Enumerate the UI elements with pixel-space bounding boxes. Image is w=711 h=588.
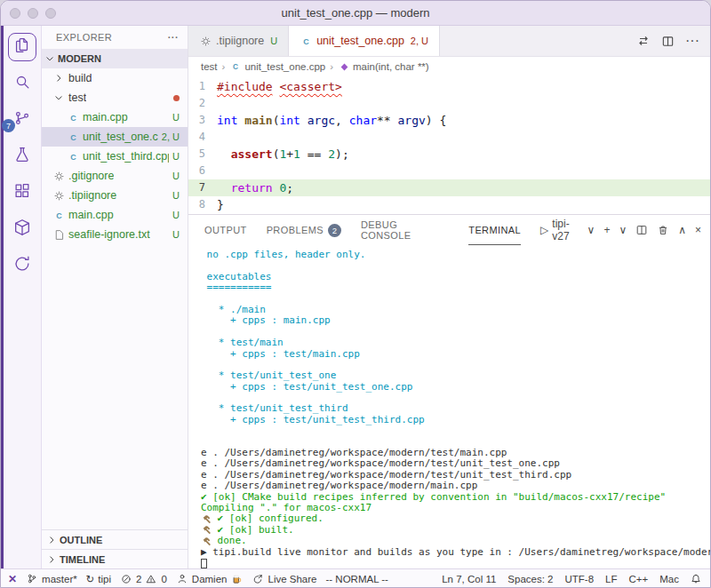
terminal-dropdown-icon[interactable]: ∨ [619, 224, 627, 236]
code-line: 2 [188, 95, 710, 112]
flask-icon [12, 145, 32, 168]
terminal-line [201, 425, 710, 436]
file-item[interactable]: Cunit_test_one.cpp2, U [42, 127, 188, 147]
split-editor-icon[interactable] [661, 35, 675, 48]
user-status[interactable]: Damien [176, 573, 244, 584]
split-terminal-icon[interactable] [635, 224, 648, 236]
sync-circle-icon [12, 254, 32, 277]
code-line: 7 return 0; [188, 179, 710, 196]
workspace-section-header[interactable]: MODERN [42, 49, 188, 68]
modified-dot [173, 95, 180, 101]
breadcrumb-file[interactable]: C unit_test_one.cpp [229, 61, 325, 72]
line-number: 4 [188, 129, 217, 146]
new-terminal-button[interactable]: + [603, 224, 610, 236]
scm-badge: 7 [2, 119, 15, 132]
tab-output[interactable]: OUTPUT [204, 215, 247, 245]
line-number: 5 [188, 146, 217, 163]
problems-status[interactable]: 2 0 [120, 574, 167, 584]
cpp-file-icon: C [229, 61, 242, 72]
code-editor[interactable]: 1#include <cassert>23int main(int argc, … [188, 76, 710, 214]
window-controls [10, 8, 56, 19]
file-icon [52, 229, 65, 241]
file-item[interactable]: .tipiignoreU [42, 186, 188, 205]
terminal-actions: ▷ tipi-v27 ∨ + ∨ ∧ × [540, 218, 701, 242]
close-panel-icon[interactable]: × [695, 224, 701, 236]
item-label: main.cpp [68, 209, 114, 221]
breadcrumb: test › C unit_test_one.cpp › main(int, c… [188, 57, 710, 76]
live-share-status[interactable]: Live Share [252, 574, 316, 584]
outline-section[interactable]: OUTLINE [42, 529, 188, 549]
language-status[interactable]: C++ [629, 574, 649, 584]
file-item[interactable]: Cunit_test_third.cppU [42, 147, 188, 166]
line-number: 7 [188, 179, 217, 196]
code-line: 3int main(int argc, char** argv) { [188, 112, 710, 129]
eol-status[interactable]: LF [605, 574, 617, 584]
terminal-profile-select[interactable]: ▷ tipi-v27 ∨ [540, 218, 595, 242]
activitybar-source-control[interactable]: 7 [8, 106, 36, 134]
minimize-window-button[interactable] [28, 8, 38, 19]
chevron-right-icon [45, 554, 58, 565]
terminal-line: ▶ tipi.build live monitor and builds as … [201, 547, 710, 558]
platform-status[interactable]: Mac [659, 574, 679, 584]
gear-icon [199, 36, 212, 47]
code-line: 4 [188, 129, 710, 146]
breadcrumb-symbol[interactable]: main(int, char **) [338, 61, 429, 72]
file-item[interactable]: .gitignoreU [42, 166, 188, 186]
activitybar-search[interactable] [8, 69, 36, 98]
open-changes-icon[interactable] [636, 34, 651, 48]
folder-item[interactable]: build [42, 68, 188, 88]
activitybar-tipi[interactable] [8, 251, 36, 280]
svg-text:C: C [303, 36, 309, 45]
vim-mode[interactable]: -- NORMAL -- [325, 574, 387, 584]
problems-label: PROBLEMS [267, 225, 324, 235]
notifications-bell-icon[interactable] [691, 573, 701, 584]
sync-icon: ↻ [86, 573, 95, 585]
tab-label: unit_test_one.cpp [316, 35, 404, 47]
tipi-status[interactable]: ↻ tipi [86, 573, 111, 585]
close-window-button[interactable] [10, 8, 20, 19]
live-share-icon [252, 574, 264, 584]
chevron-down-icon [44, 53, 56, 64]
remote-indicator[interactable]: ✕ [8, 573, 17, 585]
vscode-window: unit_test_one.cpp — modern 7 [0, 0, 711, 588]
chevron-right-icon [45, 535, 58, 545]
explorer-header: EXPLORER ··· [42, 26, 188, 49]
cpp-icon: C [67, 112, 79, 123]
line-number: 2 [188, 95, 217, 112]
tab-tipiignore[interactable]: .tipiignore U [188, 26, 289, 56]
explorer-more-icon[interactable]: ··· [168, 32, 179, 43]
git-status-badge: U [172, 112, 180, 123]
terminal-content[interactable]: no .cpp files, header only. executables … [188, 245, 710, 568]
activitybar-explorer[interactable] [8, 33, 36, 61]
bottom-panel: OUTPUT PROBLEMS 2 DEBUG CONSOLE TERMINAL… [188, 214, 710, 568]
more-actions-icon[interactable]: ··· [685, 33, 699, 49]
indent-status[interactable]: Spaces: 2 [507, 574, 553, 584]
folder-item[interactable]: test [42, 88, 188, 107]
file-item[interactable]: seafile-ignore.txtU [42, 225, 188, 244]
tab-label: .tipiignore [216, 35, 264, 47]
terminal-line: =========== [201, 282, 710, 293]
kill-terminal-icon[interactable] [657, 224, 669, 236]
chevron-down-icon: ∨ [587, 224, 595, 236]
tab-unit-test-one[interactable]: C unit_test_one.cpp 2, U [289, 26, 440, 56]
file-item[interactable]: Cmain.cppU [42, 107, 188, 127]
explorer-tree: buildtestCmain.cppUCunit_test_one.cpp2, … [42, 68, 188, 529]
git-status-badge: U [172, 210, 180, 220]
maximize-panel-icon[interactable]: ∧ [678, 224, 686, 236]
branch-status[interactable]: master* [26, 573, 77, 584]
activitybar-testing[interactable] [8, 142, 36, 171]
file-item[interactable]: Cmain.cppU [42, 205, 188, 225]
tab-problems[interactable]: PROBLEMS 2 [267, 215, 341, 245]
terminal-line: + cpps : main.cpp [201, 315, 710, 326]
tab-terminal[interactable]: TERMINAL [468, 215, 521, 245]
maximize-window-button[interactable] [45, 8, 56, 19]
code-line: 5 assert(1+1 == 2); [188, 146, 710, 163]
tab-debug-console[interactable]: DEBUG CONSOLE [361, 215, 449, 245]
encoding-status[interactable]: UTF-8 [565, 574, 595, 584]
breadcrumb-folder[interactable]: test [201, 61, 218, 72]
activitybar-extensions[interactable] [8, 179, 36, 207]
line-number: 3 [188, 112, 217, 129]
timeline-section[interactable]: TIMELINE [42, 549, 188, 568]
activitybar-remote-explorer[interactable] [8, 215, 36, 243]
line-col-status[interactable]: Ln 7, Col 11 [442, 574, 496, 584]
